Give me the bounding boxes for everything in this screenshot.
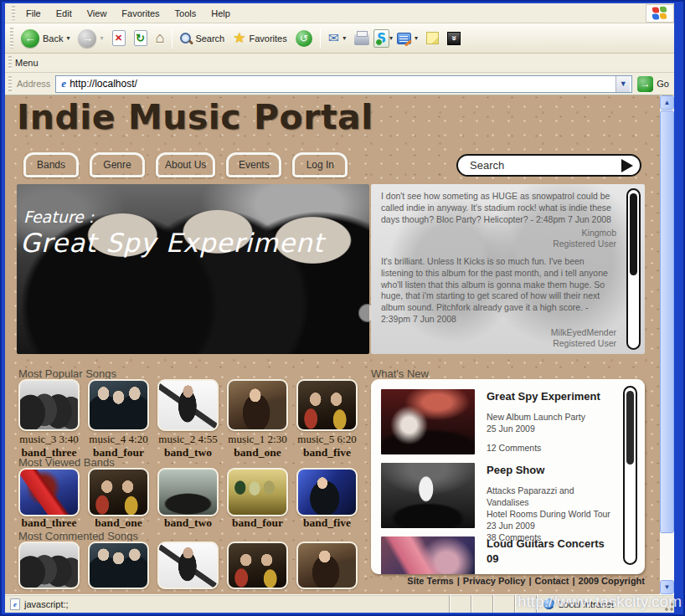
scrollbar-thumb[interactable] xyxy=(660,110,674,533)
back-dropdown-icon[interactable]: ▾ xyxy=(66,34,70,42)
comment-author: Kingmob Registered User xyxy=(381,228,616,249)
scroll-up-icon[interactable]: ▲ xyxy=(660,95,674,110)
news-comments[interactable]: 12 Comments xyxy=(487,442,616,454)
song-thumbnail[interactable] xyxy=(157,379,219,431)
band-label[interactable]: band_five xyxy=(303,446,351,459)
toolbar-grip[interactable] xyxy=(12,6,15,19)
address-dropdown-icon[interactable]: ▼ xyxy=(615,76,630,92)
scroll-down-icon[interactable]: ▼ xyxy=(660,580,674,594)
band-label[interactable]: band_two xyxy=(164,446,212,459)
refresh-button[interactable]: ↻ xyxy=(130,28,152,49)
news-title[interactable]: Peep Show xyxy=(487,463,616,478)
browser-vertical-scrollbar[interactable]: ▲ ▼ xyxy=(660,95,674,594)
comments-scrollbar-thumb[interactable] xyxy=(630,193,637,275)
address-value[interactable]: http://localhost/ xyxy=(70,78,615,90)
song-thumbnail[interactable] xyxy=(88,542,149,589)
song-thumbnail[interactable] xyxy=(157,542,219,589)
band-label[interactable]: band_one xyxy=(95,516,142,530)
news-item[interactable]: Great Spy Experiment New Album Launch Pa… xyxy=(381,389,616,454)
mail-dropdown-icon[interactable]: ▾ xyxy=(342,34,346,42)
song-thumbnail[interactable] xyxy=(18,379,80,431)
toolbar-grip[interactable] xyxy=(8,56,12,69)
notes-button[interactable] xyxy=(422,29,443,47)
menu-toolbar-label[interactable]: Menu xyxy=(15,58,39,68)
news-photo[interactable] xyxy=(381,536,475,574)
song-thumbnail[interactable] xyxy=(88,379,149,431)
band-thumbnail[interactable] xyxy=(88,468,149,516)
band-label[interactable]: band_four xyxy=(232,516,283,530)
scrollbar-track[interactable] xyxy=(660,534,674,580)
history-button[interactable]: ↺ xyxy=(291,28,317,49)
tab-log-in-label: Log In xyxy=(306,159,334,171)
song-item: music_5 6:20 band_five xyxy=(296,379,358,459)
footer-link-site-terms[interactable]: Site Terms xyxy=(407,576,453,586)
tab-bands[interactable]: Bands xyxy=(23,152,79,177)
skype-toolbar-button[interactable]: S xyxy=(373,29,389,48)
footer-link-privacy-policy[interactable]: Privacy Policy xyxy=(463,576,526,586)
print-button[interactable] xyxy=(350,29,373,48)
site-logo: Indie Music Portal xyxy=(17,97,373,137)
band-thumbnail[interactable] xyxy=(227,468,288,516)
search-toolbar-button[interactable]: Search xyxy=(176,30,229,47)
band-label[interactable]: band_two xyxy=(164,516,212,530)
song-thumbnail[interactable] xyxy=(296,542,358,589)
edit-button[interactable]: ▾ xyxy=(393,30,422,47)
tab-genre[interactable]: Genre xyxy=(90,152,145,177)
menu-view[interactable]: View xyxy=(80,6,115,21)
mail-button[interactable]: ✉ ▾ xyxy=(324,28,350,49)
band-label[interactable]: band_three xyxy=(22,516,77,530)
menu-file[interactable]: File xyxy=(18,6,49,21)
news-title[interactable]: Loud Guitars Concerts 09 xyxy=(487,536,616,566)
footer-link-copyright[interactable]: 2009 Copyright xyxy=(579,576,645,586)
menu-favorites[interactable]: Favorites xyxy=(114,6,167,21)
back-button[interactable]: ← Back ▾ xyxy=(17,27,74,50)
song-thumbnail[interactable] xyxy=(227,379,288,431)
toolbar-grip[interactable] xyxy=(10,28,13,49)
menu-edit[interactable]: Edit xyxy=(49,6,80,21)
comment-author-name: MilkEyedMender xyxy=(381,327,616,338)
song-thumbnail[interactable] xyxy=(227,542,288,589)
resize-grip[interactable] xyxy=(662,595,674,613)
status-pane xyxy=(471,595,493,613)
messenger-button[interactable]: » xyxy=(443,29,465,48)
go-button[interactable]: → Go xyxy=(637,76,669,92)
band-label[interactable]: band_one xyxy=(234,446,281,459)
comments-scrollbar[interactable] xyxy=(626,188,641,350)
address-input[interactable]: e http://localhost/ ▼ xyxy=(55,75,632,93)
news-photo[interactable] xyxy=(381,463,475,528)
song-label: music_4 4:20 xyxy=(89,433,147,446)
tab-events[interactable]: Events xyxy=(226,152,281,177)
favorites-button[interactable]: ★ Favorites xyxy=(229,27,291,49)
menu-help[interactable]: Help xyxy=(203,6,238,21)
song-thumbnail[interactable] xyxy=(296,379,358,431)
band-thumbnail[interactable] xyxy=(296,468,358,516)
forward-button[interactable]: → ▾ xyxy=(74,27,107,50)
stop-button[interactable]: ✕ xyxy=(108,28,130,49)
song-label: music_5 6:20 xyxy=(297,433,356,446)
toolbar-grip[interactable] xyxy=(8,76,12,91)
news-photo[interactable] xyxy=(381,389,475,454)
band-item: band_four xyxy=(227,468,288,530)
menu-tools[interactable]: Tools xyxy=(167,6,204,21)
edit-dropdown-icon[interactable]: ▾ xyxy=(415,34,418,42)
news-item[interactable]: Loud Guitars Concerts 09 xyxy=(381,536,616,574)
whats-new-scrollbar[interactable] xyxy=(623,386,637,565)
site-search-submit-icon[interactable] xyxy=(621,159,633,172)
footer-link-contact[interactable]: Contact xyxy=(535,576,569,586)
song-thumbnail[interactable] xyxy=(18,542,80,589)
home-button[interactable]: ⌂ xyxy=(152,27,169,49)
site-search-input[interactable]: Search xyxy=(456,154,641,177)
feature-comments-panel: I don't see how someting as HUGE as snow… xyxy=(371,184,645,354)
menu-bar: File Edit View Favorites Tools Help xyxy=(5,3,674,23)
news-title[interactable]: Great Spy Experiment xyxy=(487,389,616,404)
security-zone-pane: Local intranet xyxy=(537,595,662,613)
band-label[interactable]: band_five xyxy=(303,516,351,530)
home-icon: ⌂ xyxy=(156,29,165,47)
band-thumbnail[interactable] xyxy=(18,468,80,516)
news-item[interactable]: Peep Show Attacks Paparazzi and Vandalis… xyxy=(381,463,616,543)
whats-new-scrollbar-thumb[interactable] xyxy=(626,391,634,465)
tab-log-in[interactable]: Log In xyxy=(292,152,348,177)
band-thumbnail[interactable] xyxy=(157,468,219,516)
tab-about-us[interactable]: About Us xyxy=(156,152,215,177)
back-label: Back xyxy=(43,33,63,44)
